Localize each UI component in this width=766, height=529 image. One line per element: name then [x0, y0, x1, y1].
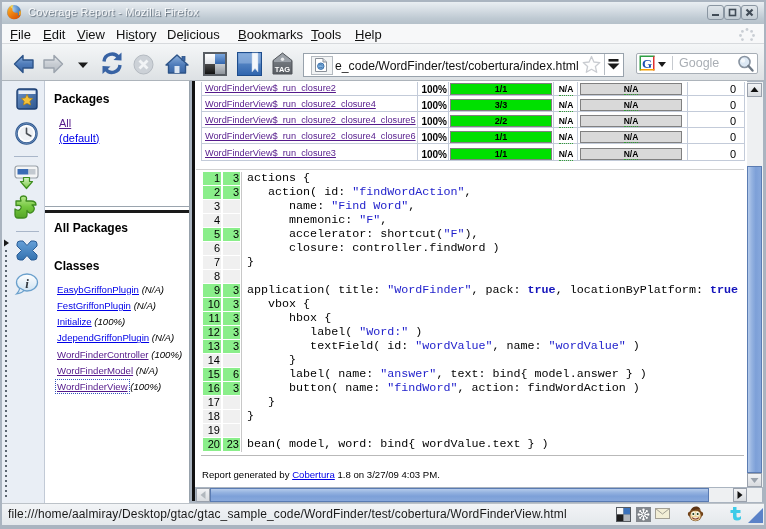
- svg-text:TAG: TAG: [275, 65, 290, 74]
- svg-text:i: i: [25, 276, 29, 291]
- svg-text:G: G: [642, 56, 652, 71]
